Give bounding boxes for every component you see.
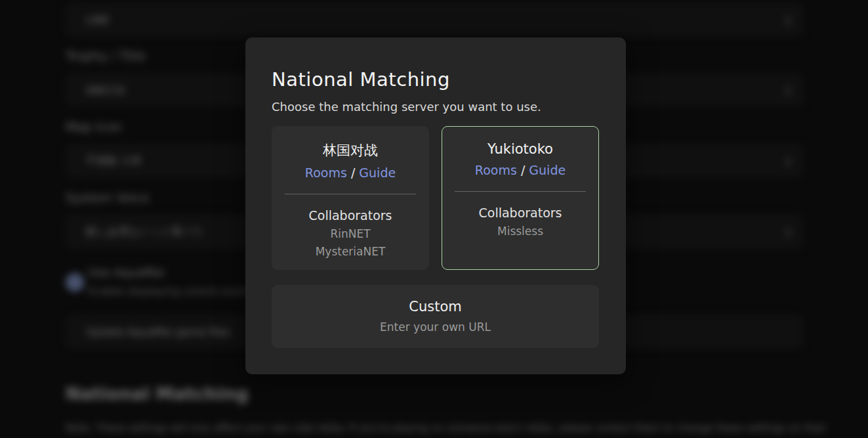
- link-separator: /: [517, 163, 529, 177]
- app-root: LINE ❯ Trophy / Title WACCA ❯ Map Icon 不…: [0, 0, 868, 438]
- collaborator-name: RinNET: [272, 227, 428, 240]
- card-divider: [455, 191, 586, 192]
- guide-link[interactable]: Guide: [529, 163, 566, 177]
- collaborators-heading: Collaborators: [442, 206, 598, 220]
- national-matching-modal: National Matching Choose the matching se…: [245, 37, 626, 374]
- collaborators-heading: Collaborators: [272, 208, 428, 223]
- server-card-linguo[interactable]: 林国对战 Rooms / Guide Collaborators RinNET …: [272, 126, 429, 270]
- rooms-link[interactable]: Rooms: [475, 163, 517, 177]
- server-card-yukiotoko[interactable]: Yukiotoko Rooms / Guide Collaborators Mi…: [442, 126, 599, 270]
- server-name: Yukiotoko: [442, 141, 598, 157]
- server-links: Rooms / Guide: [442, 163, 598, 177]
- custom-card-title: Custom: [272, 299, 599, 315]
- collaborator-name: Missless: [442, 225, 598, 238]
- link-separator: /: [347, 165, 359, 180]
- custom-card-subtitle: Enter your own URL: [272, 320, 599, 334]
- custom-server-card[interactable]: Custom Enter your own URL: [272, 285, 599, 348]
- server-name: 林国对战: [272, 141, 428, 160]
- card-divider: [285, 194, 416, 194]
- server-links: Rooms / Guide: [272, 165, 428, 180]
- rooms-link[interactable]: Rooms: [305, 165, 347, 180]
- modal-subtitle: Choose the matching server you want to u…: [272, 100, 600, 114]
- collaborator-name: MysteriaNET: [272, 245, 428, 258]
- guide-link[interactable]: Guide: [359, 165, 396, 180]
- modal-title: National Matching: [272, 68, 600, 91]
- server-cards-row: 林国对战 Rooms / Guide Collaborators RinNET …: [272, 126, 600, 270]
